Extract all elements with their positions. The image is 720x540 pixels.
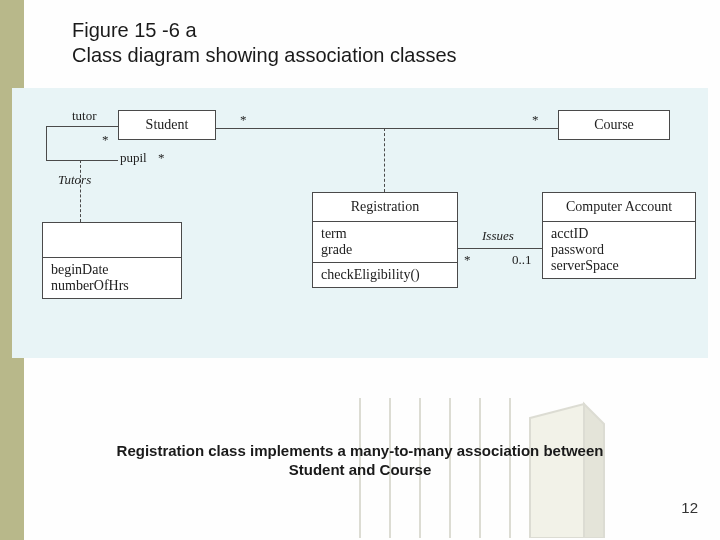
assoc-line [215,128,558,129]
mult-star: * [102,132,109,148]
mult-star: * [532,112,539,128]
caption-line-1: Registration class implements a many-to-… [0,442,720,461]
mult-star: * [464,252,471,268]
class-course: Course [558,110,670,140]
class-registration: Registration term grade checkEligibility… [312,192,458,288]
title-line-1: Figure 15 -6 a [72,18,457,43]
assoc-dash [384,128,385,192]
assoc-dash [80,160,81,222]
role-tutor: tutor [72,108,97,124]
assoc-line [457,248,542,249]
class-attrs: term grade [313,222,457,263]
class-name: Registration [313,193,457,222]
assoc-tutors: Tutors [58,172,91,188]
title-line-2: Class diagram showing association classe… [72,43,457,68]
role-pupil: pupil [120,150,147,166]
class-name: Student [119,111,215,139]
class-empty [43,223,181,258]
page-number: 12 [681,499,698,516]
class-name: Course [559,111,669,139]
slide: Figure 15 -6 a Class diagram showing ass… [0,0,720,540]
class-student: Student [118,110,216,140]
assoc-line [46,126,47,160]
class-ops: checkEligibility() [313,263,457,287]
uml-canvas: Student Course tutor * pupil * Tutors * … [12,88,708,358]
caption: Registration class implements a many-to-… [0,442,720,480]
mult-star: * [240,112,247,128]
mult-zero-one: 0..1 [512,252,532,268]
class-attrs: beginDate numberOfHrs [43,258,181,298]
class-tutors-assoc: beginDate numberOfHrs [42,222,182,299]
class-attrs: acctID password serverSpace [543,222,695,278]
mult-star: * [158,150,165,166]
assoc-issues: Issues [482,228,514,244]
class-name: Computer Account [543,193,695,222]
figure-title: Figure 15 -6 a Class diagram showing ass… [72,18,457,68]
class-computer-account: Computer Account acctID password serverS… [542,192,696,279]
caption-line-2: Student and Course [0,461,720,480]
assoc-line [46,160,118,161]
assoc-line [46,126,118,127]
